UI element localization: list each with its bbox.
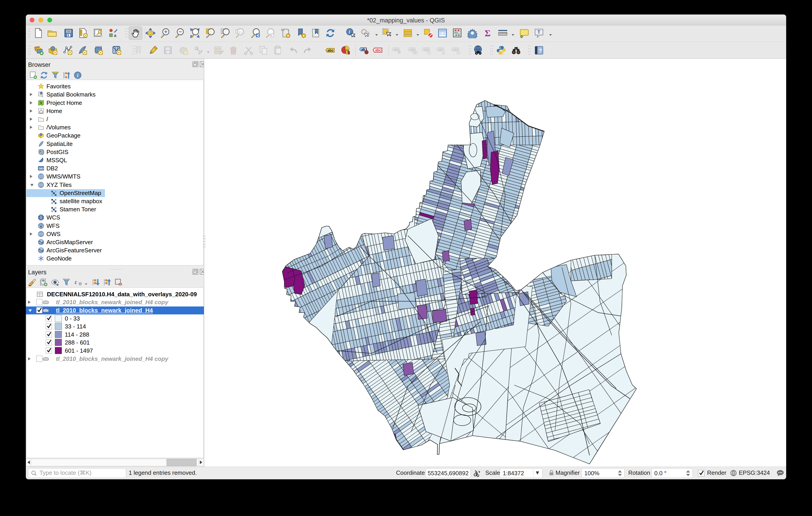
- svg-text:Σ: Σ: [485, 28, 491, 38]
- svg-text:abc: abc: [438, 48, 443, 51]
- svg-text:ε: ε: [75, 278, 77, 285]
- svg-text:a: a: [114, 33, 116, 38]
- svg-text:abc: abc: [410, 48, 415, 51]
- svg-text:1:1: 1:1: [238, 31, 243, 34]
- svg-text:T: T: [538, 29, 540, 35]
- svg-text:abc: abc: [327, 49, 334, 52]
- svg-text:i: i: [77, 73, 78, 78]
- svg-text:?: ?: [539, 48, 542, 54]
- svg-text:abc: abc: [453, 48, 458, 51]
- svg-text:DB2: DB2: [39, 167, 44, 170]
- svg-text:abc: abc: [424, 48, 429, 51]
- svg-text:i: i: [349, 29, 350, 34]
- svg-text:ab: ab: [361, 48, 365, 51]
- svg-text:abc: abc: [394, 48, 399, 51]
- svg-text:abc: abc: [375, 48, 381, 52]
